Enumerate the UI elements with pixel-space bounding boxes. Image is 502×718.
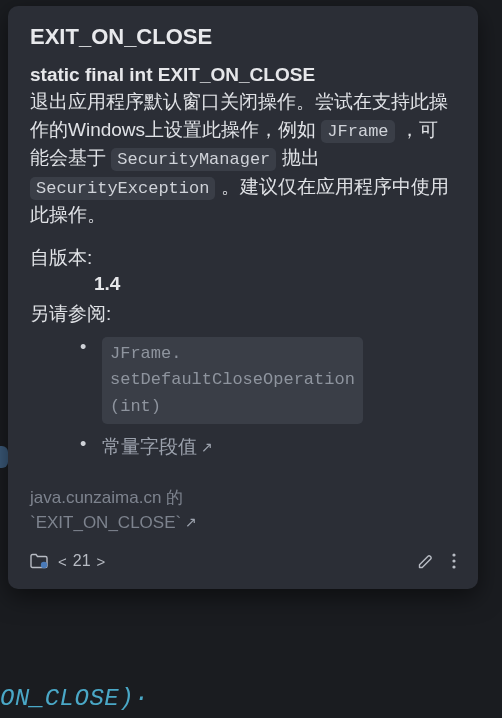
documentation-popup: EXIT_ON_CLOSE static final int EXIT_ON_C… xyxy=(8,6,478,589)
doc-footer: < 21 > xyxy=(30,547,456,575)
nav-next-button[interactable]: > xyxy=(97,553,106,570)
edit-icon[interactable] xyxy=(417,553,434,570)
see-also-code-link[interactable]: JFrame.setDefaultCloseOperation(int) xyxy=(102,337,363,424)
doc-title: EXIT_ON_CLOSE xyxy=(30,24,456,50)
doc-nav-group: < 21 > xyxy=(58,552,105,570)
svg-point-0 xyxy=(41,562,47,568)
gutter-marker xyxy=(0,446,8,468)
see-also-text-link[interactable]: 常量字段值↗ xyxy=(102,436,213,457)
source-link[interactable]: `EXIT_ON_CLOSE`↗ xyxy=(30,513,197,532)
external-link-icon: ↗ xyxy=(201,439,213,455)
see-also-list: JFrame.setDefaultCloseOperation(int) 常量字… xyxy=(30,337,456,460)
see-also-item-link: 常量字段值↗ xyxy=(102,434,456,460)
doc-source: java.cunzaima.cn 的 `EXIT_ON_CLOSE`↗ xyxy=(30,486,456,535)
since-label: 自版本: xyxy=(30,245,456,271)
doc-signature: static final int EXIT_ON_CLOSE xyxy=(30,64,456,86)
footer-right-group xyxy=(417,553,456,570)
editor-background-code: ON_CLOSE)· xyxy=(0,685,149,712)
source-item-text: `EXIT_ON_CLOSE` xyxy=(30,513,181,532)
source-prefix: java.cunzaima.cn 的 xyxy=(30,488,183,507)
svg-point-2 xyxy=(452,560,455,563)
code-ref-securityexception[interactable]: SecurityException xyxy=(30,177,215,200)
doc-description: 退出应用程序默认窗口关闭操作。尝试在支持此操作的Windows上设置此操作，例如… xyxy=(30,88,456,229)
footer-left-group: < 21 > xyxy=(30,552,105,570)
code-ref-jframe[interactable]: JFrame xyxy=(321,120,394,143)
since-value: 1.4 xyxy=(30,273,456,295)
more-icon[interactable] xyxy=(452,553,456,569)
external-link-icon: ↗ xyxy=(185,514,197,530)
module-icon[interactable] xyxy=(30,553,48,569)
nav-prev-button[interactable]: < xyxy=(58,553,67,570)
nav-count: 21 xyxy=(73,552,91,570)
svg-point-1 xyxy=(452,554,455,557)
desc-text-3: 抛出 xyxy=(276,147,319,168)
see-also-label: 另请参阅: xyxy=(30,301,456,327)
see-also-link-label: 常量字段值 xyxy=(102,436,197,457)
code-ref-securitymanager[interactable]: SecurityManager xyxy=(111,148,276,171)
svg-point-3 xyxy=(452,566,455,569)
see-also-item-code: JFrame.setDefaultCloseOperation(int) xyxy=(102,337,456,424)
